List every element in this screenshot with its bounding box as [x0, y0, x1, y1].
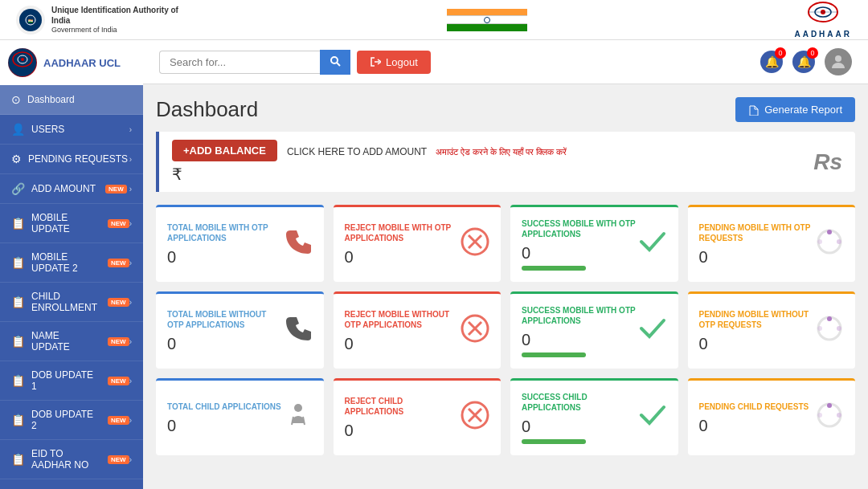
sidebar-item-label: USERS: [31, 124, 64, 135]
notification-bell-2[interactable]: 🔔 0: [792, 51, 815, 73]
svg-point-35: [827, 403, 832, 408]
aadhaar-center-logo: AADHAAR: [794, 1, 852, 39]
gov-emblem: 🇮🇳: [16, 6, 45, 35]
sidebar-item-label: NAME UPDATE: [31, 330, 98, 352]
sidebar: AADHAAR UCL ⊙ Dashboard 👤 USERS › ⚙ PEND…: [0, 40, 143, 489]
stat-card-success-mobile-otp: SUCCESS MOBILE WITH OTP APPLICATIONS 0: [510, 205, 678, 282]
stat-value: 0: [522, 244, 638, 263]
dob1-icon: 📋: [11, 374, 25, 387]
stat-value: 0: [345, 422, 461, 440]
stat-card-pending-mobile-otp: PENDING MOBILE WITH OTP REQUESTS 0: [688, 205, 856, 282]
click-text: CLICK HERE TO ADD AMOUNT: [287, 146, 427, 157]
balance-amount: ₹: [172, 165, 567, 184]
sidebar-item-label: DOB UPDATE 1: [31, 369, 98, 392]
mobile-update-icon: 📋: [11, 217, 25, 230]
pending-icon: ⚙: [11, 153, 22, 165]
stat-label: SUCCESS CHILD APPLICATIONS: [522, 392, 638, 413]
sidebar-item-mobile-update-2[interactable]: 📋 MOBILE UPDATE 2 NEW ›: [0, 243, 143, 283]
notification-bell-1[interactable]: 🔔 0: [760, 51, 783, 73]
stat-label: REJECT MOBILE WITHOUT OTP APPLICATIONS: [345, 309, 461, 330]
stat-card-reject-mobile-otp: REJECT MOBILE WITH OTP APPLICATIONS 0: [334, 205, 502, 282]
hindi-text: अमाउंट ऐड करने के लिए यहाँ पर क्लिक करें: [436, 147, 567, 157]
name-update-badge: NEW: [108, 337, 129, 346]
users-icon: 👤: [11, 123, 25, 136]
sidebar-item-add-amount[interactable]: 🔗 ADD AMOUNT NEW ›: [0, 174, 143, 204]
search-button[interactable]: [320, 50, 350, 75]
sidebar-item-label: MOBILE UPDATE 2: [31, 251, 98, 274]
sidebar-item-pending[interactable]: ⚙ PENDING REQUESTS ›: [0, 145, 143, 174]
brand-name: AADHAAR UCL: [43, 57, 121, 69]
stat-card-total-mobile-otp: TOTAL MOBILE WITH OTP APPLICATIONS 0: [156, 205, 324, 282]
svg-point-11: [331, 57, 338, 63]
svg-line-30: [303, 417, 305, 425]
balance-banner: +ADD BALANCE CLICK HERE TO ADD AMOUNT अम…: [156, 132, 855, 192]
add-amount-arrow: ›: [129, 185, 132, 194]
svg-point-19: [837, 239, 841, 244]
sidebar-item-dob-update-1[interactable]: 📋 DOB UPDATE 1 NEW ›: [0, 361, 143, 401]
stat-label: TOTAL MOBILE WITH OTP APPLICATIONS: [167, 222, 284, 243]
dob2-badge: NEW: [108, 416, 129, 425]
phone-black-icon: [284, 314, 313, 348]
dob1-arrow: ›: [129, 377, 132, 385]
logout-button[interactable]: Logout: [357, 51, 431, 74]
x-circle-icon-3: [461, 401, 489, 435]
svg-point-18: [827, 230, 832, 234]
sidebar-item-label: ADD AMOUNT: [31, 183, 96, 194]
sidebar-item-label: DOB UPDATE 2: [31, 409, 98, 431]
sidebar-item-dashboard[interactable]: ⊙ Dashboard: [0, 85, 143, 115]
svg-point-13: [835, 55, 841, 62]
generate-report-button[interactable]: Generate Report: [735, 97, 855, 122]
phone-icon: [284, 227, 313, 262]
sidebar-item-label: EID TO AADHAR NO: [31, 448, 98, 471]
child-icon: [284, 401, 313, 435]
svg-point-26: [837, 326, 841, 331]
stat-value: 0: [167, 248, 284, 267]
sidebar-item-eid-to-aadhar[interactable]: 📋 EID TO AADHAR NO NEW ›: [0, 440, 143, 479]
mobile-update2-icon: 📋: [11, 256, 25, 269]
gov-logo-area: 🇮🇳 Unique Identification Authority of In…: [16, 5, 180, 35]
dob2-arrow: ›: [129, 416, 132, 425]
user-avatar[interactable]: [825, 48, 852, 75]
sidebar-item-mobile-update[interactable]: 📋 MOBILE UPDATE NEW ›: [0, 204, 143, 243]
add-balance-button[interactable]: +ADD BALANCE: [172, 140, 277, 161]
content-area: Dashboard Generate Report +ADD BALANCE C…: [143, 84, 868, 489]
eid-badge: NEW: [108, 455, 129, 464]
dob1-badge: NEW: [108, 377, 129, 385]
sidebar-item-dob-update-2[interactable]: 📋 DOB UPDATE 2 NEW ›: [0, 401, 143, 440]
sidebar-nav: ⊙ Dashboard 👤 USERS › ⚙ PENDING REQUESTS…: [0, 85, 143, 489]
sidebar-item-label: MOBILE UPDATE: [31, 212, 98, 234]
stats-row-1: TOTAL MOBILE WITH OTP APPLICATIONS 0 REJ…: [156, 205, 855, 282]
sidebar-brand: AADHAAR UCL: [0, 40, 143, 85]
dashboard-header: Dashboard Generate Report: [156, 97, 855, 122]
sidebar-item-name-update[interactable]: 📋 NAME UPDATE NEW ›: [0, 322, 143, 361]
sidebar-item-label: CHILD ENROLLMENT: [31, 291, 98, 313]
stat-label: TOTAL MOBILE WITHOUT OTP APPLICATIONS: [167, 309, 284, 330]
svg-line-12: [337, 63, 340, 66]
balance-action-row: +ADD BALANCE CLICK HERE TO ADD AMOUNT अम…: [172, 140, 567, 161]
svg-point-10: [21, 58, 24, 61]
users-arrow: ›: [129, 125, 132, 134]
progress-bar: [522, 266, 586, 271]
stat-card-pending-child: PENDING CHILD REQUESTS 0: [688, 378, 856, 455]
child-enrollment-arrow: ›: [129, 298, 132, 307]
dob2-icon: 📋: [11, 414, 25, 426]
check-icon-2: [638, 314, 667, 348]
balance-text-area: CLICK HERE TO ADD AMOUNT अमाउंट ऐड करने …: [287, 144, 567, 158]
x-circle-icon-2: [461, 314, 489, 348]
progress-bar: [522, 439, 586, 444]
stat-value: 0: [522, 331, 638, 349]
stat-label: REJECT MOBILE WITH OTP APPLICATIONS: [345, 222, 461, 243]
stat-value: 0: [699, 335, 816, 353]
rs-symbol: Rs: [813, 149, 842, 175]
stat-value: 0: [699, 417, 809, 435]
gov-header: 🇮🇳 Unique Identification Authority of In…: [0, 0, 868, 40]
stat-label: PENDING CHILD REQUESTS: [699, 401, 809, 412]
sidebar-item-child-enrollment[interactable]: 📋 CHILD ENROLLMENT NEW ›: [0, 283, 143, 322]
mobile-update2-arrow: ›: [129, 259, 132, 267]
search-input[interactable]: [159, 51, 320, 74]
stat-label: PENDING MOBILE WITHOUT OTP REQUESTS: [699, 309, 816, 330]
stat-card-success-mobile-no-otp: SUCCESS MOBILE WITH OTP APPLICATIONS 0: [510, 291, 678, 369]
rupee-sign: ₹: [172, 165, 182, 183]
stat-card-total-mobile-no-otp: TOTAL MOBILE WITHOUT OTP APPLICATIONS 0: [156, 291, 324, 369]
sidebar-item-users[interactable]: 👤 USERS ›: [0, 115, 143, 145]
